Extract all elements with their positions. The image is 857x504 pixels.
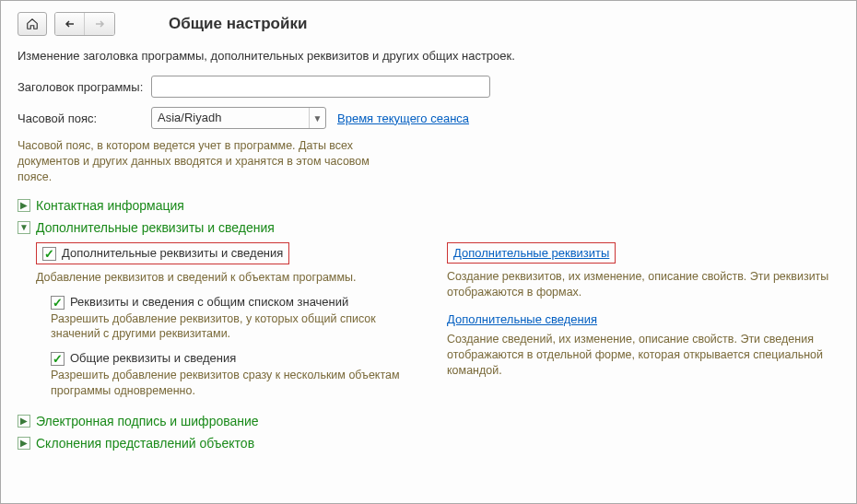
page-description: Изменение заголовка программы, дополните… bbox=[18, 49, 839, 63]
checkbox-main-label: Дополнительные реквизиты и сведения bbox=[62, 246, 283, 260]
section-contact[interactable]: ▶ Контактная информация bbox=[18, 198, 839, 213]
extra-left-col: Дополнительные реквизиты и сведения Доба… bbox=[18, 242, 410, 408]
collapse-icon: ▼ bbox=[18, 221, 30, 234]
section-esign[interactable]: ▶ Электронная подпись и шифрование bbox=[18, 414, 839, 428]
extra-content: Дополнительные реквизиты и сведения Доба… bbox=[18, 242, 839, 408]
toolbar: Общие настройки bbox=[18, 12, 839, 36]
highlight-props-link: Дополнительные реквизиты bbox=[447, 242, 616, 264]
timezone-select[interactable]: Asia/Riyadh ▼ bbox=[151, 107, 326, 129]
section-extra-title: Дополнительные реквизиты и сведения bbox=[36, 220, 275, 235]
expand-icon: ▶ bbox=[18, 415, 30, 428]
app-title-label: Заголовок программы: bbox=[18, 80, 151, 94]
section-extra[interactable]: ▼ Дополнительные реквизиты и сведения bbox=[18, 220, 839, 235]
extra-right-col: Дополнительные реквизиты Создание реквиз… bbox=[447, 242, 839, 408]
extra-props-hint: Создание реквизитов, их изменение, описа… bbox=[447, 269, 834, 300]
section-esign-title: Электронная подпись и шифрование bbox=[36, 414, 259, 428]
timezone-label: Часовой пояс: bbox=[18, 111, 151, 125]
checkbox-common-label: Общие реквизиты и сведения bbox=[70, 351, 236, 365]
checkbox-main-hint: Добавление реквизитов и сведений к объек… bbox=[36, 270, 410, 286]
checkbox-common[interactable] bbox=[51, 352, 65, 366]
arrow-left-icon bbox=[64, 18, 76, 29]
checkbox-shared[interactable] bbox=[51, 296, 65, 310]
arrow-right-icon bbox=[93, 18, 106, 29]
session-time-link[interactable]: Время текущего сеанса bbox=[337, 111, 469, 125]
back-button[interactable] bbox=[55, 13, 85, 35]
chevron-down-icon[interactable]: ▼ bbox=[309, 108, 325, 128]
nav-group bbox=[54, 12, 115, 36]
extra-info-link[interactable]: Дополнительные сведения bbox=[447, 312, 597, 326]
expand-icon: ▶ bbox=[18, 437, 30, 450]
section-contact-title: Контактная информация bbox=[36, 198, 184, 213]
checkbox-shared-hint: Разрешить добавление реквизитов, у котор… bbox=[51, 311, 401, 343]
expand-icon: ▶ bbox=[18, 199, 30, 212]
extra-info-hint: Создание сведений, их изменение, описани… bbox=[447, 332, 834, 379]
app-title-input[interactable] bbox=[151, 76, 490, 98]
page-title: Общие настройки bbox=[169, 15, 307, 33]
home-button[interactable] bbox=[18, 12, 47, 36]
timezone-value: Asia/Riyadh bbox=[152, 108, 309, 128]
timezone-row: Часовой пояс: Asia/Riyadh ▼ Время текуще… bbox=[18, 107, 839, 129]
timezone-hint: Часовой пояс, в котором ведется учет в п… bbox=[18, 138, 386, 185]
checkbox-common-hint: Разрешить добавление реквизитов сразу к … bbox=[51, 368, 401, 399]
highlight-main-checkbox: Дополнительные реквизиты и сведения bbox=[36, 242, 289, 264]
section-declension-title: Склонения представлений объектов bbox=[36, 436, 254, 451]
section-declension[interactable]: ▶ Склонения представлений объектов bbox=[18, 436, 839, 451]
extra-props-link[interactable]: Дополнительные реквизиты bbox=[453, 246, 609, 260]
checkbox-shared-label: Реквизиты и сведения с общим списком зна… bbox=[70, 295, 348, 309]
checkbox-main[interactable] bbox=[42, 247, 56, 261]
forward-button[interactable] bbox=[85, 13, 114, 35]
app-title-row: Заголовок программы: bbox=[18, 76, 839, 98]
home-icon bbox=[26, 18, 39, 30]
